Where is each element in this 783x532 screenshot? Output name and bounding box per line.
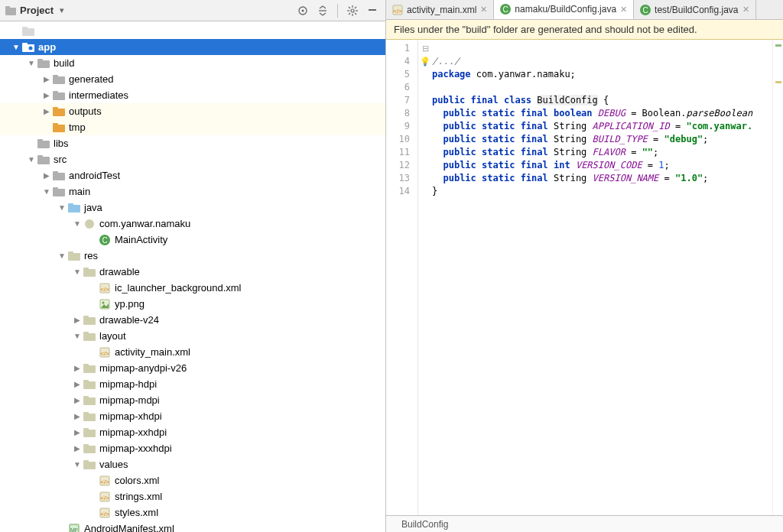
svg-rect-46 bbox=[83, 268, 89, 271]
tree-item[interactable]: ▼values bbox=[0, 456, 385, 472]
tree-item[interactable]: ▶mipmap-hdpi bbox=[0, 376, 385, 392]
editor-tab[interactable]: Cnamaku/BuildConfig.java✕ bbox=[494, 0, 634, 20]
chevron-down-icon[interactable]: ▼ bbox=[72, 459, 83, 470]
chevron-right-icon[interactable]: ▶ bbox=[72, 427, 83, 438]
tree-item[interactable]: ▶mipmap-xxxhdpi bbox=[0, 440, 385, 456]
tree-item[interactable]: ▶generated bbox=[0, 71, 385, 87]
chevron-right-icon[interactable]: ▶ bbox=[72, 379, 83, 390]
tab-label: activity_main.xml bbox=[407, 5, 476, 15]
svg-rect-39 bbox=[68, 203, 73, 206]
tree-item[interactable]: ▶outputs bbox=[0, 103, 385, 119]
tree-item[interactable]: CMainActivity bbox=[0, 232, 385, 248]
line-number: 8 bbox=[386, 107, 410, 120]
folder-orange-icon bbox=[52, 105, 66, 118]
folder-icon bbox=[52, 186, 66, 198]
folder-res-icon bbox=[83, 362, 96, 375]
tree-item[interactable]: ▶drawable-v24 bbox=[0, 312, 385, 328]
tree-item[interactable]: libs bbox=[0, 135, 385, 151]
chevron-down-icon[interactable]: ▼ bbox=[26, 58, 37, 69]
tree-item[interactable]: </>ic_launcher_background.xml bbox=[0, 280, 385, 296]
code-keyword: static bbox=[482, 121, 515, 131]
chevron-down-icon[interactable]: ▼ bbox=[57, 203, 67, 213]
tree-item-label: outputs bbox=[69, 105, 102, 117]
tree-item[interactable]: ▶intermediates bbox=[0, 87, 385, 103]
chevron-right-icon[interactable]: ▶ bbox=[72, 363, 83, 374]
project-tree[interactable]: ▼app▼build▶generated▶intermediates▶outpu… bbox=[0, 21, 385, 532]
project-title[interactable]: Project bbox=[20, 5, 54, 16]
chevron-down-icon[interactable]: ▼ bbox=[11, 42, 21, 53]
tree-item[interactable]: </>activity_main.xml bbox=[0, 344, 385, 360]
close-icon[interactable]: ✕ bbox=[480, 5, 487, 15]
close-icon[interactable]: ✕ bbox=[620, 5, 627, 15]
tree-item[interactable] bbox=[0, 23, 385, 39]
chevron-right-icon[interactable]: ▶ bbox=[41, 90, 52, 101]
gear-icon[interactable] bbox=[344, 3, 361, 18]
tree-item[interactable]: ▼com.yanwar.namaku bbox=[0, 216, 385, 232]
chevron-right-icon[interactable]: ▶ bbox=[72, 315, 83, 326]
svg-rect-27 bbox=[53, 107, 58, 110]
chevron-down-icon[interactable]: ▼ bbox=[72, 267, 83, 277]
tree-item[interactable]: ▶mipmap-anydpi-v26 bbox=[0, 360, 385, 376]
editor-tab[interactable]: </>activity_main.xml✕ bbox=[386, 0, 494, 19]
tree-item[interactable]: ▼res bbox=[0, 248, 385, 264]
tree-item[interactable]: ▼drawable bbox=[0, 264, 385, 280]
tree-item[interactable]: </>styles.xml bbox=[0, 504, 385, 521]
code-text: = bbox=[658, 173, 675, 183]
breadcrumb-segment[interactable]: BuildConfig bbox=[394, 519, 494, 530]
tree-item[interactable]: ▼main bbox=[0, 183, 385, 200]
chevron-down-icon[interactable]: ▼ bbox=[72, 219, 83, 229]
code-keyword: boolean bbox=[554, 108, 593, 118]
chevron-right-icon[interactable]: ▶ bbox=[41, 170, 52, 181]
tree-item[interactable]: ▶mipmap-xhdpi bbox=[0, 408, 385, 424]
class-icon: C bbox=[640, 5, 651, 15]
tree-item[interactable]: ▼app bbox=[0, 39, 385, 55]
hide-icon[interactable] bbox=[364, 3, 381, 18]
code-keyword: class bbox=[504, 95, 531, 105]
code-string: "debug" bbox=[664, 134, 703, 144]
tree-item[interactable]: tmp bbox=[0, 119, 385, 135]
close-icon[interactable]: ✕ bbox=[742, 5, 749, 15]
tree-item[interactable]: </>colors.xml bbox=[0, 472, 385, 488]
chevron-right-icon[interactable]: ▶ bbox=[72, 443, 83, 454]
tree-item-label: java bbox=[84, 202, 102, 213]
code-keyword: package bbox=[432, 69, 471, 79]
collapse-icon[interactable] bbox=[314, 3, 331, 18]
tab-label: namaku/BuildConfig.java bbox=[515, 4, 616, 15]
svg-rect-23 bbox=[53, 75, 58, 78]
tree-item[interactable]: ▼src bbox=[0, 151, 385, 167]
tree-item[interactable]: ▼layout bbox=[0, 328, 385, 344]
tree-item-label: ic_launcher_background.xml bbox=[115, 282, 241, 294]
code-text: = bbox=[642, 160, 659, 170]
tree-item[interactable]: ▶mipmap-xxhdpi bbox=[0, 424, 385, 440]
tree-item[interactable]: ▼build bbox=[0, 55, 385, 71]
chevron-right-icon[interactable]: ▶ bbox=[41, 74, 52, 85]
tree-item[interactable]: yp.png bbox=[0, 296, 385, 312]
tree-item[interactable]: </>strings.xml bbox=[0, 488, 385, 504]
img-icon bbox=[98, 298, 112, 310]
line-number-gutter: 14567891011121314 bbox=[386, 40, 418, 515]
xml-icon: </> bbox=[98, 507, 112, 519]
chevron-right-icon[interactable]: ▶ bbox=[72, 411, 83, 422]
tree-item[interactable]: ▶androidTest bbox=[0, 167, 385, 183]
xml-icon: </> bbox=[98, 346, 112, 358]
chevron-right-icon[interactable]: ▶ bbox=[41, 106, 52, 117]
svg-rect-25 bbox=[53, 91, 58, 94]
target-icon[interactable] bbox=[294, 3, 311, 18]
chevron-right-icon[interactable]: ▶ bbox=[72, 395, 83, 406]
project-dropdown-icon[interactable]: ▾ bbox=[60, 5, 64, 15]
chevron-down-icon[interactable]: ▼ bbox=[72, 331, 83, 342]
code-string: "com.yanwar. bbox=[686, 121, 752, 131]
editor-tab[interactable]: Ctest/BuildConfig.java✕ bbox=[634, 0, 755, 19]
code-type: String bbox=[554, 121, 586, 131]
breadcrumb[interactable]: BuildConfig bbox=[386, 515, 783, 532]
code-viewport[interactable]: /.../ package com.yanwar.namaku; public … bbox=[432, 40, 772, 515]
chevron-down-icon[interactable]: ▼ bbox=[26, 154, 37, 165]
folder-icon bbox=[37, 154, 50, 166]
chevron-down-icon[interactable]: ▼ bbox=[41, 187, 52, 197]
tree-item[interactable]: ▼java bbox=[0, 200, 385, 216]
chevron-down-icon[interactable]: ▼ bbox=[57, 251, 67, 261]
tree-item[interactable]: MFAndroidManifest.xml bbox=[0, 521, 385, 532]
editor-marker-bar[interactable] bbox=[772, 40, 783, 515]
tree-item[interactable]: ▶mipmap-mdpi bbox=[0, 392, 385, 408]
code-text: } bbox=[432, 186, 437, 196]
